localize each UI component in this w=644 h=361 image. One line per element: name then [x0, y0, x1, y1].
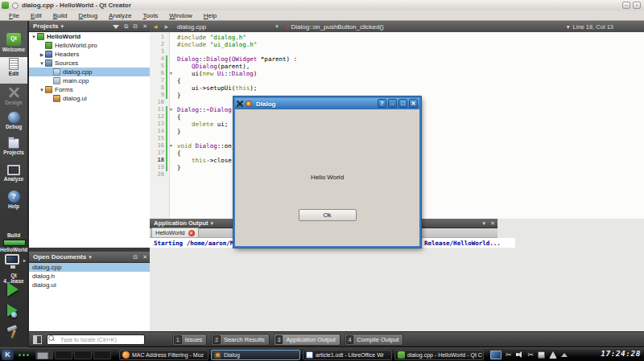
projects-combo-chevron-icon[interactable]	[61, 22, 64, 31]
tree-item-main.cpp[interactable]: main.cpp	[29, 76, 150, 85]
dialog-window[interactable]: Dialog Hello World Ok	[233, 96, 421, 248]
go-forward-icon[interactable]: ►	[163, 23, 170, 31]
desktop-4[interactable]	[93, 351, 111, 359]
taskbar-clock[interactable]: 17:24:28	[583, 349, 641, 358]
menu-file[interactable]: File	[3, 12, 25, 19]
run-debug-button[interactable]	[0, 301, 27, 320]
forms-folder-icon	[45, 86, 52, 93]
open-doc-dialog.h[interactable]: dialog.h	[29, 272, 150, 281]
build-button[interactable]	[0, 323, 27, 344]
output-combo-chevron-icon[interactable]	[211, 219, 214, 228]
output-tab-close-icon[interactable]: ✕	[188, 230, 195, 236]
task-dialog[interactable]: Dialog	[211, 350, 300, 360]
projects-panel-title: Projects	[33, 23, 59, 30]
target-project-label: HelloWorld	[0, 247, 27, 252]
line-number: 2	[150, 41, 164, 48]
mode-item-edit[interactable]: Edit	[0, 57, 27, 84]
volume-icon[interactable]	[516, 351, 524, 359]
fold-column	[167, 121, 175, 128]
code-text: }	[175, 164, 181, 171]
locator-magnifier-icon	[48, 335, 54, 341]
pane-button-search-results[interactable]: 2Search Results	[211, 334, 269, 346]
pane-button-application-output[interactable]: 3Application Output	[274, 334, 341, 346]
dialog-minimize-button[interactable]	[388, 99, 397, 108]
mode-item-analyze[interactable]: Analyze	[0, 163, 27, 190]
pane-button-label: Compile Output	[357, 336, 398, 343]
panel-up-arrow-icon[interactable]	[561, 353, 568, 357]
printer-icon[interactable]	[538, 351, 545, 359]
display-icon[interactable]	[490, 351, 502, 359]
open-documents-chevron-icon[interactable]	[89, 252, 92, 262]
menu-window[interactable]: Window	[163, 12, 197, 19]
klipper-scissors-icon[interactable]: ✂	[506, 351, 512, 359]
mode-item-projects[interactable]: Projects	[0, 137, 27, 163]
filter-icon[interactable]	[113, 25, 119, 29]
line-number: 8	[150, 84, 164, 92]
menu-debug[interactable]: Debug	[73, 12, 104, 19]
tree-expanded-arrow-icon[interactable]: ▼	[39, 88, 45, 92]
split-panel-icon[interactable]	[133, 22, 138, 31]
bluetooth-icon[interactable]: ✂	[528, 351, 535, 359]
desktop-3[interactable]	[74, 351, 92, 359]
open-documents-close-icon[interactable]	[142, 252, 147, 262]
tree-item-forms[interactable]: ▼Forms	[29, 85, 150, 94]
open-doc-dialog.cpp[interactable]: dialog.cpp	[29, 263, 150, 272]
cursor-position[interactable]: Line 18, Col 13	[567, 23, 613, 31]
menu-analyze[interactable]: Analyze	[103, 12, 137, 19]
desktop-2[interactable]	[55, 351, 72, 359]
dialog-close-button[interactable]	[409, 99, 418, 108]
locator-input[interactable]	[47, 334, 145, 345]
code-line-1: 1#include "dialog.h"	[150, 34, 644, 41]
sync-with-editor-icon[interactable]	[124, 22, 128, 31]
menu-tools[interactable]: Tools	[138, 12, 164, 19]
maximize-button[interactable]: ▫	[633, 2, 641, 9]
code-text: }	[175, 92, 181, 99]
network-icon[interactable]	[549, 351, 557, 359]
desktop-1[interactable]	[35, 351, 53, 359]
pane-button-issues[interactable]: 1Issues	[172, 334, 207, 346]
ok-button[interactable]: Ok	[299, 209, 357, 221]
mode-item-debug[interactable]: Debug	[0, 110, 27, 137]
dialog-maximize-button[interactable]	[398, 99, 407, 108]
target-selector-button[interactable]: ▸	[5, 254, 24, 270]
mode-item-welcome[interactable]: Welcome	[0, 31, 27, 57]
output-close-icon[interactable]	[490, 219, 495, 228]
task-dialog-cpp-helloworld-qt-c[interactable]: dialog.cpp - HelloWorld - Qt C	[394, 350, 484, 360]
taskbar-dots-icon[interactable]	[19, 354, 29, 356]
task-mac-address-filtering-moz[interactable]: MAC Address Filtering - Moz	[119, 350, 208, 360]
mode-item-help[interactable]: Help	[0, 190, 27, 216]
kde-menu-icon[interactable]	[2, 350, 14, 360]
tree-collapsed-arrow-icon[interactable]: ▶	[39, 51, 45, 57]
code-text: ui->setupUi(this);	[175, 84, 257, 92]
tree-item-dialog.ui[interactable]: dialog.ui	[29, 94, 150, 103]
minimize-button[interactable]: –	[622, 2, 630, 9]
menu-build[interactable]: Build	[47, 12, 73, 19]
tree-expanded-arrow-icon[interactable]: ▼	[31, 35, 37, 39]
tree-item-helloworld.pro[interactable]: HelloWorld.pro	[29, 41, 150, 50]
output-tab-helloworld[interactable]: HelloWorld ✕	[151, 228, 199, 237]
file-dropdown-chevron-icon[interactable]	[275, 23, 279, 30]
output-collapse-icon[interactable]	[483, 219, 486, 228]
open-file-dropdown[interactable]: dialog.cpp	[177, 23, 206, 31]
task-article1-odt-libreoffice-wr[interactable]: article1.odt - LibreOffice Wr	[303, 350, 392, 360]
dialog-help-button[interactable]	[378, 99, 386, 108]
pane-button-compile-output[interactable]: 4Compile Output	[345, 334, 404, 346]
open-documents-list[interactable]: dialog.cppdialog.hdialog.ui	[29, 263, 150, 331]
window-titlebar[interactable]: dialog.cpp - HelloWorld - Qt Creator	[0, 0, 644, 11]
tree-item-dialog.cpp[interactable]: dialog.cpp	[29, 68, 150, 76]
close-panel-icon[interactable]	[142, 22, 147, 31]
menu-edit[interactable]: Edit	[25, 12, 47, 19]
open-doc-dialog.ui[interactable]: dialog.ui	[29, 281, 150, 289]
symbol-dropdown[interactable]: Dialog::on_pushButton_clicked()	[291, 23, 384, 31]
projects-tree[interactable]: ▼HelloWorldHelloWorld.pro▶Headers▼Source…	[29, 32, 150, 248]
go-back-icon[interactable]: ◄	[152, 23, 159, 31]
toggle-sidebar-icon[interactable]	[33, 335, 42, 344]
dialog-window-menu-icon[interactable]	[237, 101, 243, 107]
open-documents-split-icon[interactable]	[133, 252, 138, 262]
tree-expanded-arrow-icon[interactable]: ▼	[39, 61, 45, 66]
menu-help[interactable]: Help	[198, 12, 222, 19]
tree-item-helloworld[interactable]: ▼HelloWorld	[29, 32, 150, 41]
tree-item-sources[interactable]: ▼Sources	[29, 59, 150, 68]
run-button[interactable]	[0, 280, 27, 299]
tree-item-headers[interactable]: ▶Headers	[29, 50, 150, 59]
